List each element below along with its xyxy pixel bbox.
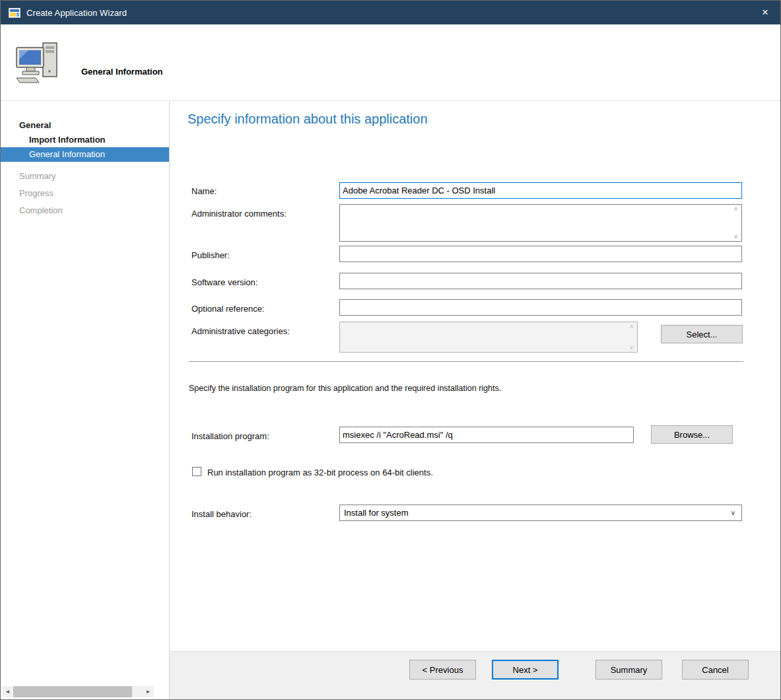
publisher-input[interactable] [339, 246, 742, 262]
admin-comments-label: Administrator comments: [191, 209, 287, 219]
page-title: General Information [81, 67, 163, 77]
install-behavior-select[interactable]: Install for system ∨ [339, 505, 742, 521]
admin-comments-textarea[interactable]: ∧ ∨ [339, 204, 742, 242]
scrollbar-track[interactable] [13, 686, 143, 697]
wizard-header: General Information [1, 24, 780, 101]
summary-button[interactable]: Summary [595, 660, 662, 680]
sidebar-item-import-information[interactable]: Import Information [1, 133, 169, 147]
wizard-steps-sidebar: General Import Information General Infor… [1, 101, 170, 699]
scroll-down-icon: ∨ [629, 345, 634, 351]
admin-categories-textarea: ∧ ∨ [339, 322, 638, 353]
run-32bit-checkbox[interactable] [192, 467, 201, 476]
previous-button[interactable]: < Previous [409, 660, 476, 680]
sidebar-item-summary: Summary [1, 168, 169, 185]
run-32bit-label[interactable]: Run installation program as 32-bit proce… [207, 468, 433, 477]
window-title: Create Application Wizard [26, 8, 127, 18]
titlebar: Create Application Wizard × [1, 1, 780, 24]
sidebar-item-completion: Completion [1, 202, 169, 219]
install-section-note: Specify the installation program for thi… [189, 384, 501, 393]
scroll-up-icon[interactable]: ∧ [733, 206, 738, 212]
name-label: Name: [191, 186, 217, 196]
sidebar-horizontal-scrollbar[interactable]: ◄ ► [2, 686, 154, 697]
browse-button[interactable]: Browse... [651, 425, 733, 444]
admin-categories-label: Administrative categories: [191, 326, 290, 336]
optional-reference-input[interactable] [339, 299, 742, 316]
scroll-up-icon: ∧ [629, 324, 634, 330]
install-behavior-value: Install for system [344, 508, 409, 518]
chevron-down-icon: ∨ [731, 509, 735, 516]
software-version-input[interactable] [339, 273, 742, 289]
sidebar-item-general-information[interactable]: General Information [1, 147, 169, 162]
scroll-down-icon[interactable]: ∨ [733, 234, 738, 240]
wizard-app-icon [9, 8, 20, 18]
close-icon[interactable]: × [750, 1, 780, 24]
sidebar-item-general[interactable]: General [1, 118, 169, 133]
next-button[interactable]: Next > [492, 660, 559, 680]
categories-scroll-arrows: ∧ ∨ [626, 322, 637, 352]
sidebar-item-progress: Progress [1, 185, 169, 202]
create-application-wizard-window: Create Application Wizard × General Info… [0, 0, 781, 700]
install-behavior-label: Install behavior: [191, 509, 252, 519]
admin-comments-text[interactable] [340, 205, 730, 241]
installation-program-label: Installation program: [191, 431, 269, 441]
publisher-label: Publisher: [191, 250, 230, 260]
optional-reference-label: Optional reference: [191, 304, 265, 314]
select-categories-button[interactable]: Select... [661, 325, 743, 343]
cancel-button[interactable]: Cancel [682, 660, 749, 680]
footer-button-bar: < Previous Next > Summary Cancel [170, 651, 780, 699]
section-title: Specify information about this applicati… [187, 112, 428, 127]
scrollbar-thumb[interactable] [13, 686, 132, 697]
admin-categories-text [340, 322, 626, 352]
name-input[interactable] [339, 182, 742, 199]
comments-scroll-arrows: ∧ ∨ [730, 205, 741, 241]
scroll-left-icon[interactable]: ◄ [2, 686, 13, 697]
wizard-content: Specify information about this applicati… [170, 101, 780, 699]
installation-program-input[interactable] [339, 427, 634, 443]
computer-icon [15, 42, 60, 84]
section-divider [189, 361, 743, 362]
software-version-label: Software version: [191, 277, 257, 287]
wizard-body: General Import Information General Infor… [1, 101, 780, 699]
scroll-right-icon[interactable]: ► [143, 686, 154, 697]
